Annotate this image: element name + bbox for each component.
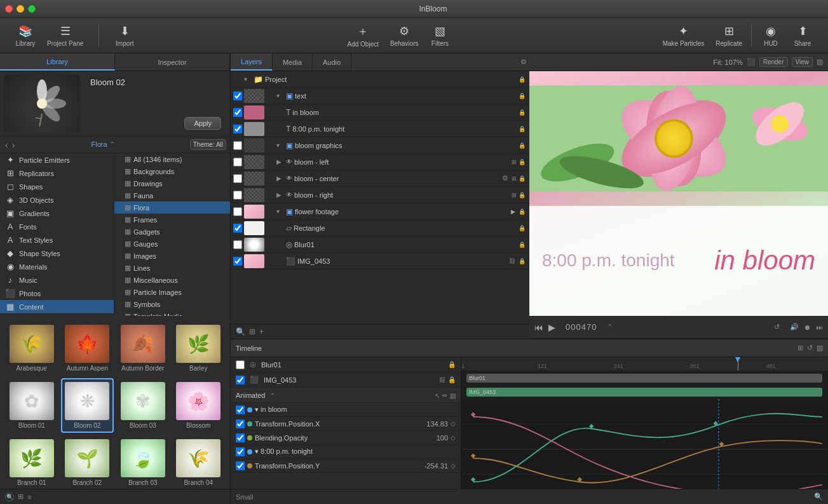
subcat-flora[interactable]: ▦ Flora — [114, 201, 230, 214]
cat-photos[interactable]: ⬛ Photos — [0, 287, 114, 300]
library-list-view-icon[interactable]: ⊞ — [18, 493, 24, 501]
audio-btn[interactable]: 🔊 — [790, 323, 799, 331]
library-button[interactable]: 📚 Library — [10, 22, 41, 50]
import-button[interactable]: ⬇ Import — [109, 22, 140, 50]
anim-check-8pm[interactable] — [236, 447, 245, 456]
thumb-branch04[interactable]: 🌾 Branch 04 — [172, 435, 226, 489]
animated-pen-icon[interactable]: ✏ — [442, 392, 447, 399]
cat-replicators[interactable]: ⊞ Replicators — [0, 167, 114, 180]
filters-button[interactable]: ▧ Filters — [424, 22, 455, 50]
subcat-drawings[interactable]: ▦ Drawings — [114, 177, 230, 189]
nav-forward[interactable]: › — [11, 140, 17, 150]
prev-frame-btn[interactable]: ⏮ — [534, 322, 543, 332]
thumb-branch03[interactable]: 🍃 Branch 03 — [116, 435, 170, 489]
layer-check-8pm[interactable] — [233, 125, 242, 133]
share-button[interactable]: ⬆ Share — [787, 22, 818, 50]
thumb-bloom03[interactable]: ✾ Bloom 03 — [116, 378, 170, 433]
view-button[interactable]: View — [792, 57, 813, 67]
replicate-button[interactable]: ⊞ Replicate — [710, 22, 747, 50]
anim-check-transform-x[interactable] — [236, 419, 245, 428]
layer-check-bloom-right[interactable] — [233, 191, 242, 200]
anim-keyframe-blending-opacity[interactable]: ◇ — [451, 434, 456, 441]
cat-fonts[interactable]: A Fonts — [0, 220, 114, 233]
layer-check-bloom-center[interactable] — [233, 174, 242, 183]
timeline-settings-icon[interactable]: ▧ — [817, 344, 823, 352]
layers-search-icon[interactable]: 🔍 — [236, 327, 245, 336]
subcat-images[interactable]: ▦ Images — [114, 250, 230, 262]
cat-3d-objects[interactable]: ◈ 3D Objects — [0, 193, 114, 207]
loop-btn[interactable]: ↺ — [774, 323, 780, 331]
layer-check-blur01[interactable] — [233, 240, 242, 249]
apply-button[interactable]: Apply — [184, 117, 221, 130]
subcat-lines[interactable]: ▦ Lines — [114, 262, 230, 274]
behaviors-button[interactable]: ⚙ Behaviors — [385, 22, 423, 50]
subcat-fauna[interactable]: ▦ Fauna — [114, 189, 230, 201]
anim-check-blending-opacity[interactable] — [236, 433, 245, 442]
layer-check-bloom-left[interactable] — [233, 158, 242, 167]
animated-cursor-icon[interactable]: ↖ — [435, 392, 440, 399]
layer-check-flower-footage[interactable] — [233, 207, 242, 216]
subcat-template-media[interactable]: ▦ Template Media — [114, 310, 230, 316]
close-button[interactable] — [5, 5, 13, 13]
cat-particle-emitters[interactable]: ✦ Particle Emitters — [0, 153, 114, 167]
cat-materials[interactable]: ◉ Materials — [0, 260, 114, 273]
nav-back[interactable]: ‹ — [4, 140, 10, 150]
subcat-symbols[interactable]: ▦ Symbols — [114, 298, 230, 310]
end-frame-btn[interactable]: ⏭ — [816, 324, 823, 331]
timeline-loop-icon[interactable]: ↺ — [807, 344, 813, 352]
layer-check-bloom-graphics[interactable] — [233, 141, 242, 150]
thumb-autumn-border[interactable]: 🍂 Autumn Border — [116, 321, 170, 376]
library-search-icon[interactable]: 🔍 — [5, 493, 14, 501]
anim-check-transform-y[interactable] — [236, 461, 245, 470]
cat-music[interactable]: ♪ Music — [0, 273, 114, 287]
subcat-particle-images[interactable]: ▦ Particle Images — [114, 286, 230, 298]
subcat-all[interactable]: ▦ All (1346 items) — [114, 153, 230, 165]
library-grid-view-icon[interactable]: ≡ — [27, 493, 31, 501]
color-mode-icon[interactable]: ⬛ — [747, 58, 756, 66]
thumb-barley[interactable]: 🌿 Barley — [172, 321, 226, 376]
thumb-blossom[interactable]: 🌸 Blossom — [172, 378, 226, 433]
anim-keyframe-transform-x[interactable]: ◇ — [451, 420, 456, 427]
subcat-gadgets[interactable]: ▦ Gadgets — [114, 226, 230, 238]
record-btn[interactable]: ⏺ — [804, 324, 811, 331]
cat-content[interactable]: ▦ Content — [0, 300, 114, 313]
tab-library[interactable]: Library — [0, 53, 115, 71]
project-pane-button[interactable]: ☰ Project Pane — [42, 22, 88, 50]
subcat-miscellaneous[interactable]: ▦ Miscellaneous — [114, 274, 230, 286]
render-button[interactable]: Render — [759, 57, 788, 67]
subcat-backgrounds[interactable]: ▦ Backgrounds — [114, 165, 230, 177]
anim-keyframe-transform-y[interactable]: ◇ — [451, 462, 456, 469]
timeline-grid-icon[interactable]: ⊞ — [797, 344, 803, 352]
layer-expand-bloom-center[interactable]: ▶ — [276, 175, 284, 182]
layer-arrow-flower-footage[interactable]: ▾ — [276, 208, 284, 215]
blur01-check-timeline[interactable] — [236, 360, 245, 369]
maximize-button[interactable] — [28, 5, 36, 13]
animated-hide-icon[interactable]: ▧ — [450, 392, 456, 399]
layer-check-img-0453[interactable] — [233, 257, 242, 266]
tab-inspector[interactable]: Inspector — [115, 53, 230, 71]
minimize-button[interactable] — [17, 5, 24, 13]
thumb-bloom01[interactable]: ✿ Bloom 01 — [5, 378, 58, 433]
animated-dropdown-arrow[interactable]: ⌃ — [270, 392, 275, 399]
theme-dropdown[interactable]: Theme: All — [190, 139, 226, 150]
thumb-bloom02[interactable]: ❋ Bloom 02 — [61, 378, 114, 433]
layer-expand-bloom-left[interactable]: ▶ — [276, 158, 284, 165]
cat-shape-styles[interactable]: ◆ Shape Styles — [0, 247, 114, 260]
thumb-arabesque[interactable]: 🌾 Arabesque — [5, 321, 58, 376]
layers-add-icon[interactable]: + — [259, 327, 264, 336]
layer-expand-bloom-right[interactable]: ▶ — [276, 191, 284, 198]
fit-label[interactable]: Fit: 107% — [713, 58, 742, 66]
make-particles-button[interactable]: ✦ Make Particles — [658, 22, 710, 50]
layer-check-rectangle[interactable] — [233, 224, 242, 233]
subcat-gauges[interactable]: ▦ Gauges — [114, 238, 230, 250]
cat-text-styles[interactable]: A Text Styles — [0, 233, 114, 247]
add-object-button[interactable]: ＋ Add Object — [343, 21, 384, 50]
cat-shapes[interactable]: ◻ Shapes — [0, 180, 114, 193]
anim-check-in-bloom[interactable] — [236, 405, 245, 414]
thumb-autumn-aspen[interactable]: 🍁 Autumn Aspen — [61, 321, 114, 376]
layer-arrow-bloom-graphics[interactable]: ▾ — [276, 142, 284, 149]
preview-settings-icon[interactable]: ▧ — [817, 58, 823, 66]
layer-check-text[interactable] — [233, 92, 242, 100]
tab-media[interactable]: Media — [273, 53, 313, 71]
layer-arrow-text[interactable]: ▾ — [276, 92, 284, 99]
